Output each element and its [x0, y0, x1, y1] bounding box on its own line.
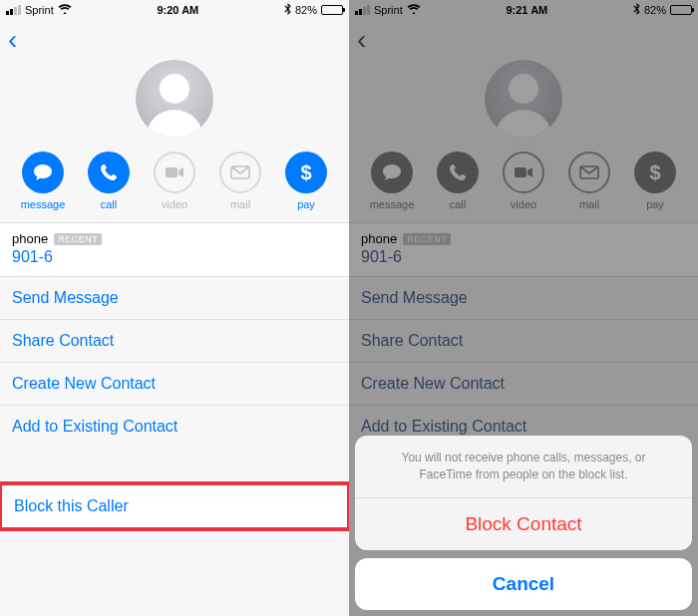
- back-button[interactable]: ‹: [8, 26, 17, 54]
- phone-icon: [88, 152, 130, 193]
- status-bar: Sprint 9:20 AM 82%: [0, 0, 349, 20]
- battery-icon: [670, 5, 692, 15]
- screen-contact-detail: Sprint 9:20 AM 82% ‹ message: [0, 0, 349, 616]
- menu-share-contact: Share Contact: [349, 319, 698, 362]
- signal-icon: [6, 5, 21, 15]
- action-mail: mail: [212, 152, 268, 210]
- avatar-area: [349, 60, 698, 152]
- wifi-icon: [58, 3, 72, 17]
- pay-icon: $: [285, 152, 327, 193]
- svg-rect-2: [515, 167, 526, 177]
- status-bar: Sprint 9:21 AM 82%: [349, 0, 698, 20]
- signal-icon: [355, 5, 370, 15]
- battery-pct: 82%: [644, 4, 666, 16]
- message-icon: [371, 152, 413, 193]
- svg-rect-0: [166, 167, 177, 177]
- action-label: call: [450, 198, 467, 210]
- back-button[interactable]: ‹: [357, 26, 366, 54]
- phone-block[interactable]: phone RECENT 901-6: [0, 222, 349, 276]
- nav-bar: ‹: [0, 20, 349, 60]
- screen-block-confirm: Sprint 9:21 AM 82% ‹ message: [349, 0, 698, 616]
- bluetooth-icon: [284, 3, 291, 17]
- action-row: message call video mail $ pay: [0, 152, 349, 222]
- battery-pct: 82%: [295, 4, 317, 16]
- action-call[interactable]: call: [81, 152, 137, 210]
- pay-icon: $: [634, 152, 676, 193]
- sheet-cancel-button[interactable]: Cancel: [355, 558, 692, 610]
- phone-number: 901-6: [361, 248, 686, 266]
- avatar: [485, 60, 562, 138]
- action-label: mail: [579, 198, 599, 210]
- spacer: [0, 448, 349, 481]
- video-icon: [154, 152, 195, 193]
- menu-add-existing-contact[interactable]: Add to Existing Contact: [0, 405, 349, 448]
- menu-share-contact[interactable]: Share Contact: [0, 319, 349, 362]
- action-pay: $ pay: [627, 152, 683, 210]
- avatar-area: [0, 60, 349, 152]
- video-icon: [503, 152, 544, 193]
- battery-icon: [321, 5, 343, 15]
- action-message: message: [364, 152, 420, 210]
- recent-badge: RECENT: [403, 233, 451, 245]
- sheet-message: You will not receive phone calls, messag…: [355, 436, 692, 498]
- menu-block-caller[interactable]: Block this Caller: [2, 485, 347, 527]
- phone-type-label: phone: [361, 231, 397, 246]
- bluetooth-icon: [633, 3, 640, 17]
- carrier-label: Sprint: [25, 4, 54, 16]
- action-label: video: [511, 198, 536, 210]
- mail-icon: [568, 152, 610, 193]
- message-icon: [22, 152, 64, 193]
- nav-bar: ‹: [349, 20, 698, 60]
- action-pay[interactable]: $ pay: [278, 152, 334, 210]
- action-label: video: [162, 198, 187, 210]
- action-mail: mail: [561, 152, 617, 210]
- mail-icon: [219, 152, 261, 193]
- phone-block: phone RECENT 901-6: [349, 222, 698, 276]
- clock: 9:21 AM: [506, 4, 547, 16]
- action-sheet: You will not receive phone calls, messag…: [355, 436, 692, 610]
- content-area: phone RECENT 901-6 Send Message Share Co…: [0, 222, 349, 616]
- menu-create-new-contact: Create New Contact: [349, 362, 698, 405]
- avatar[interactable]: [136, 60, 213, 138]
- action-label: message: [21, 198, 66, 210]
- action-call: call: [430, 152, 486, 210]
- wifi-icon: [407, 3, 421, 17]
- phone-icon: [437, 152, 479, 193]
- phone-number: 901-6: [12, 248, 337, 266]
- action-video: video: [496, 152, 551, 210]
- clock: 9:20 AM: [157, 4, 198, 16]
- action-label: pay: [297, 198, 315, 210]
- action-label: pay: [646, 198, 664, 210]
- action-message[interactable]: message: [15, 152, 71, 210]
- highlight-annotation: Block this Caller: [0, 481, 349, 531]
- menu-send-message: Send Message: [349, 276, 698, 319]
- recent-badge: RECENT: [54, 233, 102, 245]
- carrier-label: Sprint: [374, 4, 403, 16]
- action-label: mail: [230, 198, 250, 210]
- action-row: message call video mail $ pay: [349, 152, 698, 222]
- phone-type-label: phone: [12, 231, 48, 246]
- sheet-block-contact-button[interactable]: Block Contact: [355, 498, 692, 550]
- action-label: message: [370, 198, 415, 210]
- menu-create-new-contact[interactable]: Create New Contact: [0, 362, 349, 405]
- menu-send-message[interactable]: Send Message: [0, 276, 349, 319]
- action-video: video: [147, 152, 202, 210]
- action-label: call: [101, 198, 118, 210]
